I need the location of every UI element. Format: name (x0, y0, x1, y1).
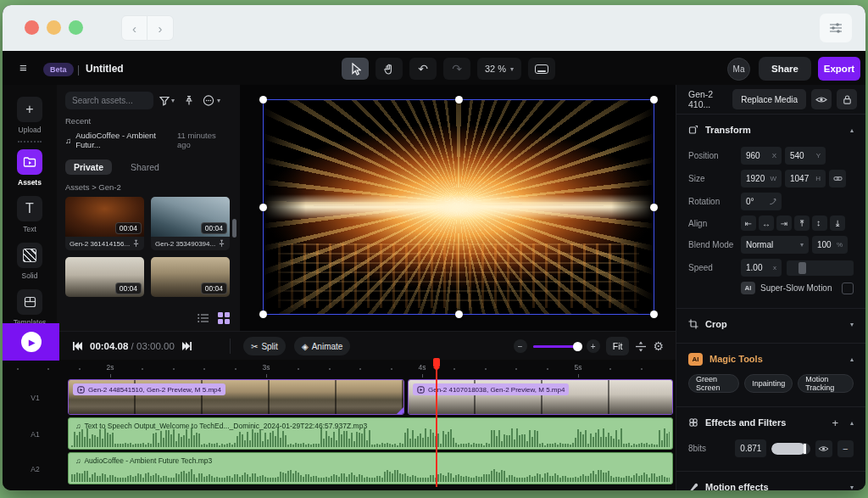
align-center-v-button[interactable]: ↔ (812, 215, 827, 231)
sidebar-item-templates[interactable]: Templates (14, 289, 47, 327)
export-button[interactable]: Export (818, 57, 860, 81)
asset-card[interactable]: 00:04 Gen-2 353490394... (151, 197, 230, 250)
clip-trim-handle[interactable] (397, 407, 403, 414)
skip-to-end-icon[interactable] (181, 341, 192, 351)
resize-handle-e[interactable] (650, 204, 658, 211)
effect-visibility-button[interactable] (815, 440, 832, 457)
resize-handle-ne[interactable] (650, 96, 658, 104)
add-effect-button[interactable]: + (832, 417, 838, 429)
align-center-h-button[interactable]: ↔ (759, 215, 774, 231)
preview-canvas[interactable] (240, 85, 676, 331)
asset-card[interactable]: 00:04 Gen-2 361414156... (65, 197, 144, 250)
position-x-field[interactable]: 960X (741, 147, 782, 165)
speed-field[interactable]: 1.00x (741, 259, 782, 277)
zoom-slider-knob[interactable] (573, 342, 582, 351)
replace-media-button[interactable]: Replace Media (732, 89, 806, 109)
green-screen-button[interactable]: Green Screen (688, 374, 739, 393)
magic-tools-header[interactable]: AI Magic Tools ▴ (688, 347, 854, 371)
zoom-level-dropdown[interactable]: 32 % ▾ (477, 58, 521, 80)
tab-shared[interactable]: Shared (122, 159, 168, 175)
align-bottom-button[interactable]: ⇥ (830, 215, 845, 231)
back-button[interactable]: ‹ (121, 15, 147, 41)
effects-section-header[interactable]: Effects and Filters + ▴ (688, 411, 854, 434)
sidebar-item-solid[interactable]: Solid (17, 243, 42, 280)
size-width-field[interactable]: 1920W (741, 170, 782, 187)
timeline-zoom-slider[interactable] (533, 345, 581, 348)
forward-button[interactable]: › (147, 15, 174, 41)
filter-button[interactable]: ▾ (159, 92, 175, 109)
speed-slider-knob[interactable] (798, 262, 806, 274)
tab-private[interactable]: Private (65, 159, 112, 175)
menu-icon[interactable]: ≡ (19, 63, 27, 73)
split-button[interactable]: ✂ Split (243, 337, 286, 355)
link-aspect-button[interactable] (829, 170, 846, 187)
asset-card[interactable]: 00:04 (65, 257, 144, 297)
sidebar-item-assets[interactable]: Assets (17, 149, 42, 187)
browser-settings-button[interactable] (820, 14, 852, 42)
asset-card[interactable]: 00:04 (151, 257, 230, 297)
resize-handle-se[interactable] (650, 311, 658, 318)
animate-button[interactable]: ◈ Animate (294, 337, 350, 355)
zoom-in-button[interactable]: + (587, 339, 600, 353)
speed-slider[interactable] (787, 260, 854, 276)
resize-handle-n[interactable] (455, 96, 463, 104)
playhead-marker[interactable] (433, 358, 440, 367)
undo-button[interactable]: ↶ (409, 58, 437, 80)
close-window-button[interactable] (25, 20, 39, 35)
redo-button[interactable]: ↷ (443, 58, 470, 80)
breadcrumb[interactable]: Assets > Gen-2 (65, 182, 231, 192)
video-clip-2[interactable]: Gen-2 4107018038, Gen-2 Preview, M 5.mp4 (408, 379, 673, 415)
recent-asset-item[interactable]: ♫ AudioCoffee - Ambient Futur... 11 minu… (65, 131, 231, 149)
effect-slider-knob[interactable] (804, 444, 806, 454)
list-view-icon[interactable] (198, 313, 209, 323)
align-top-button[interactable]: ⇤ (794, 215, 810, 231)
size-height-field[interactable]: 1047H (785, 170, 826, 187)
hand-tool-button[interactable] (376, 58, 403, 80)
opacity-field[interactable]: 100% (812, 236, 848, 254)
resize-handle-w[interactable] (259, 204, 267, 211)
resize-handle-sw[interactable] (259, 311, 267, 318)
selection-bounding-box[interactable] (263, 99, 654, 315)
panel-scrollbar[interactable] (232, 219, 236, 238)
super-slow-motion-checkbox[interactable] (842, 283, 854, 294)
more-options-button[interactable]: ▾ (203, 92, 220, 109)
minimize-window-button[interactable] (47, 20, 61, 35)
skip-to-start-icon[interactable] (72, 341, 83, 351)
blend-mode-dropdown[interactable]: Normal▾ (741, 236, 809, 254)
resize-handle-nw[interactable] (259, 96, 267, 104)
play-button[interactable]: ▶ (3, 323, 59, 361)
snap-icon[interactable] (635, 341, 647, 352)
transform-section-header[interactable]: Transform ▴ (688, 118, 854, 142)
lock-button[interactable] (837, 89, 857, 109)
user-avatar[interactable]: Ma (727, 58, 750, 81)
effect-value-field[interactable]: 0.871 (735, 439, 766, 457)
project-title[interactable]: Untitled (86, 63, 124, 75)
select-tool-button[interactable] (342, 58, 369, 80)
inpainting-button[interactable]: Inpainting (744, 374, 793, 393)
share-button[interactable]: Share (759, 57, 811, 81)
maximize-window-button[interactable] (69, 20, 83, 35)
motion-effects-header[interactable]: Motion effects ▾ (688, 475, 854, 490)
sidebar-item-upload[interactable]: + Upload (17, 97, 42, 134)
grid-view-icon[interactable] (218, 312, 230, 324)
playhead[interactable] (436, 360, 437, 487)
timeline[interactable]: 2s 3s 4s 5s V1 A1 A2 Gen-2 448541510, Ge… (3, 360, 676, 490)
position-y-field[interactable]: 540Y (785, 147, 826, 165)
motion-tracking-button[interactable]: Motion Tracking (798, 374, 854, 393)
remove-effect-button[interactable]: − (837, 440, 854, 457)
crop-section-header[interactable]: Crop ▾ (688, 312, 854, 336)
align-right-button[interactable]: ⇥ (776, 215, 792, 231)
sidebar-item-text[interactable]: T Text (17, 196, 42, 233)
canvas-size-button[interactable] (528, 58, 555, 80)
audio-clip-speech[interactable]: ♫Text to Speech Output_Welcome to TechEd… (68, 417, 673, 450)
zoom-out-button[interactable]: − (514, 339, 527, 353)
visibility-button[interactable] (811, 89, 832, 109)
video-clip-1[interactable]: Gen-2 448541510, Gen-2 Preview, M 5.mp4 (68, 379, 404, 415)
align-left-button[interactable]: ⇤ (741, 215, 756, 231)
audio-clip-music[interactable]: ♫AudioCoffee - Ambient Future Tech.mp3 (68, 452, 673, 484)
resize-handle-s[interactable] (455, 311, 463, 318)
effect-slider[interactable] (771, 443, 810, 455)
fit-button[interactable]: Fit (606, 337, 630, 355)
rotation-field[interactable]: 0° (741, 193, 782, 210)
search-input[interactable] (65, 92, 153, 109)
